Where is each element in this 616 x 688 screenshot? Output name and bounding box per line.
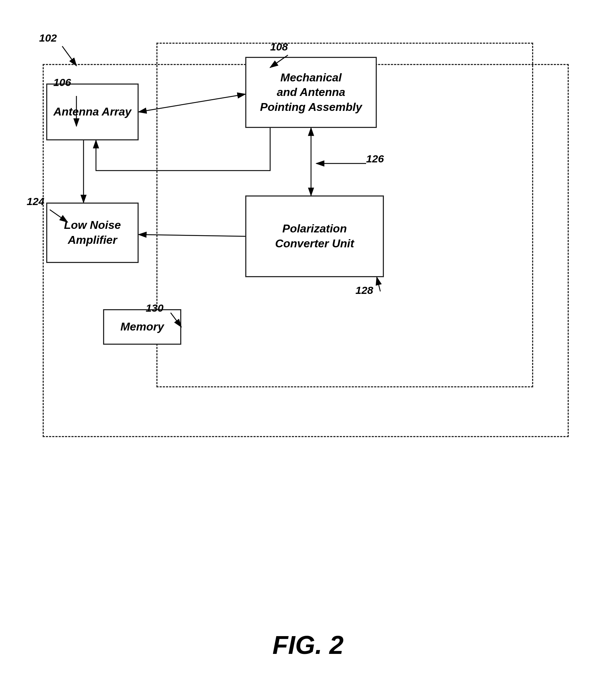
ref-102: 102: [39, 32, 57, 44]
ref-108: 108: [270, 41, 288, 53]
lna-label: Low NoiseAmplifier: [64, 218, 121, 247]
ref-106: 106: [53, 76, 71, 88]
pcu-block: PolarizationConverter Unit: [245, 195, 384, 277]
antenna-array-block: Antenna Array: [46, 84, 139, 140]
memory-label: Memory: [120, 319, 164, 334]
ref-124: 124: [27, 195, 44, 208]
figure-caption: FIG. 2: [272, 630, 343, 660]
pcu-label: PolarizationConverter Unit: [275, 221, 354, 251]
ref-130: 130: [146, 302, 164, 314]
antenna-array-label: Antenna Array: [53, 104, 131, 119]
memory-block: Memory: [103, 309, 181, 345]
mapa-label: Mechanicaland AntennaPointing Assembly: [260, 70, 362, 115]
diagram: Antenna Array Mechanicaland AntennaPoint…: [21, 21, 594, 554]
mapa-block: Mechanicaland AntennaPointing Assembly: [245, 57, 377, 128]
ref-126: 126: [366, 153, 384, 165]
ref-128: 128: [355, 284, 373, 296]
lna-block: Low NoiseAmplifier: [46, 203, 139, 263]
svg-line-4: [62, 46, 76, 66]
